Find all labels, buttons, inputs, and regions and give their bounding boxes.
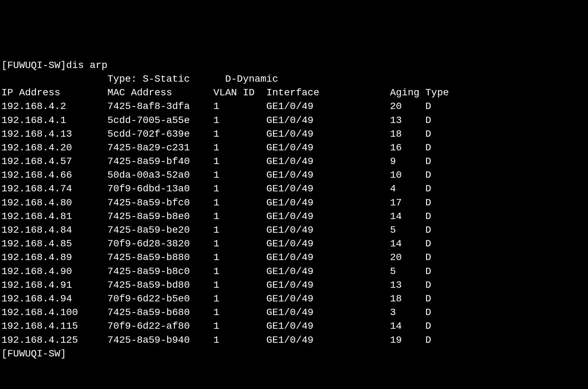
arp-table-row: 192.168.4.74 70f9-6dbd-13a0 1 GE1/0/49 4… bbox=[1, 182, 587, 196]
arp-table-row: 192.168.4.94 70f9-6d22-b5e0 1 GE1/0/49 1… bbox=[1, 292, 587, 306]
arp-table-row: 192.168.4.57 7425-8a59-bf40 1 GE1/0/49 9… bbox=[1, 155, 587, 168]
arp-table-row: 192.168.4.66 50da-00a3-52a0 1 GE1/0/49 1… bbox=[1, 168, 587, 182]
arp-table-row: 192.168.4.20 7425-8a29-c231 1 GE1/0/49 1… bbox=[1, 141, 587, 155]
arp-table-row: 192.168.4.84 7425-8a59-be20 1 GE1/0/49 5… bbox=[1, 223, 587, 237]
arp-table-row: 192.168.4.13 5cdd-702f-639e 1 GE1/0/49 1… bbox=[1, 127, 587, 141]
command-line: [FUWUQI-SW]dis arp bbox=[1, 59, 587, 72]
arp-table-row: 192.168.4.115 70f9-6d22-af80 1 GE1/0/49 … bbox=[1, 319, 587, 333]
arp-table-row: 192.168.4.2 7425-8af8-3dfa 1 GE1/0/49 20… bbox=[1, 100, 587, 113]
arp-table-header: IP Address MAC Address VLAN ID Interface… bbox=[1, 86, 587, 100]
prompt-line: [FUWUQI-SW] bbox=[1, 347, 587, 361]
arp-table-row: 192.168.4.90 7425-8a59-b8c0 1 GE1/0/49 5… bbox=[1, 265, 587, 278]
arp-table-row: 192.168.4.100 7425-8a59-b680 1 GE1/0/49 … bbox=[1, 306, 587, 319]
arp-table-row: 192.168.4.80 7425-8a59-bfc0 1 GE1/0/49 1… bbox=[1, 196, 587, 210]
arp-table-row: 192.168.4.81 7425-8a59-b8e0 1 GE1/0/49 1… bbox=[1, 210, 587, 223]
arp-table-row: 192.168.4.125 7425-8a59-b940 1 GE1/0/49 … bbox=[1, 333, 587, 347]
terminal-output[interactable]: [FUWUQI-SW]dis arp Type: S-Static D-Dyna… bbox=[1, 59, 587, 361]
arp-table-row: 192.168.4.85 70f9-6d28-3820 1 GE1/0/49 1… bbox=[1, 237, 587, 251]
arp-table-row: 192.168.4.1 5cdd-7005-a55e 1 GE1/0/49 13… bbox=[1, 114, 587, 127]
arp-table-row: 192.168.4.91 7425-8a59-bd80 1 GE1/0/49 1… bbox=[1, 278, 587, 292]
arp-table-row: 192.168.4.89 7425-8a59-b880 1 GE1/0/49 2… bbox=[1, 251, 587, 264]
type-legend: Type: S-Static D-Dynamic bbox=[1, 72, 587, 86]
